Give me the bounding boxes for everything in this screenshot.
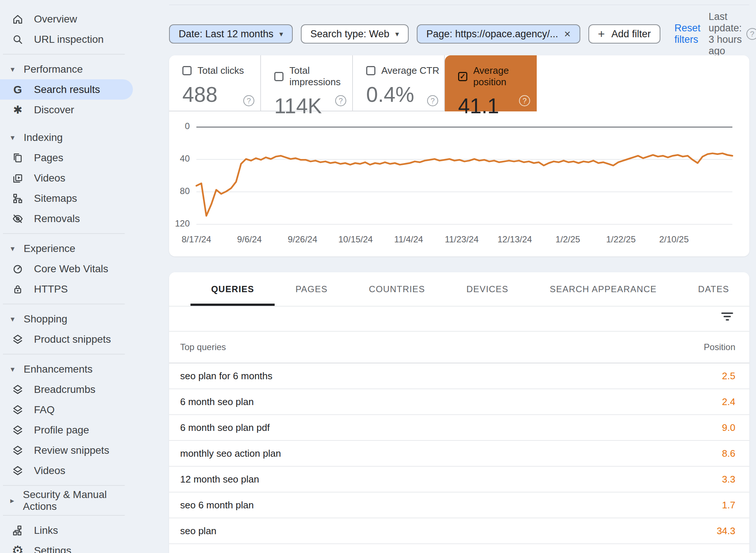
sidebar-item-label: Profile page <box>34 424 89 436</box>
sidebar-item-links[interactable]: Links <box>0 520 133 540</box>
checkbox-unchecked-icon[interactable] <box>274 72 284 81</box>
main-content: Date: Last 12 months ▾ Search type: Web … <box>169 0 756 553</box>
table-row[interactable]: 6 month seo plan2.4 <box>169 389 749 415</box>
dimension-tabs: QUERIES PAGES COUNTRIES DEVICES SEARCH A… <box>169 272 749 307</box>
google-g-icon: G <box>11 84 24 95</box>
sidebar-section-performance[interactable]: ▾ Performance <box>0 59 133 79</box>
sidebar-section-indexing[interactable]: ▾ Indexing <box>0 127 133 148</box>
sidebar-item-videos-enhancement[interactable]: Videos <box>0 460 133 481</box>
position-column-header[interactable]: Position <box>704 342 735 352</box>
sidebar-item-videos[interactable]: Videos <box>0 168 133 188</box>
query-cell: monthly seo action plan <box>180 448 722 459</box>
structured-data-icon <box>11 465 24 477</box>
metric-tiles: Total clicks 488 ? Total impressions 114… <box>169 55 537 111</box>
add-filter-button[interactable]: + Add filter <box>588 24 660 44</box>
sidebar-divider <box>3 515 125 516</box>
plus-icon: + <box>598 28 605 40</box>
sidebar-item-core-web-vitals[interactable]: Core Web Vitals <box>0 259 133 279</box>
search-type-filter-chip[interactable]: Search type: Web ▾ <box>301 24 409 44</box>
sidebar-item-https[interactable]: HTTPS <box>0 279 133 299</box>
tab-search-appearance[interactable]: SEARCH APPEARANCE <box>529 272 677 306</box>
filter-list-icon[interactable] <box>721 312 734 324</box>
table-row[interactable]: seo plan for 6 months2.5 <box>169 363 749 389</box>
metric-card-total-impressions[interactable]: Total impressions 114K ? <box>261 55 353 111</box>
x-axis-tick-label: 2/10/25 <box>659 234 689 245</box>
metric-card-average-position[interactable]: ✓ Average position 41.1 ? <box>445 55 537 111</box>
sidebar-item-discover[interactable]: ✱ Discover <box>0 100 133 120</box>
position-cell: 27.0 <box>717 551 735 553</box>
help-icon[interactable]: ? <box>519 95 530 106</box>
metric-card-average-ctr[interactable]: Average CTR 0.4% ? <box>353 55 445 111</box>
home-icon <box>11 13 24 25</box>
chevron-down-icon: ▾ <box>8 315 17 324</box>
chevron-down-icon: ▾ <box>8 133 17 142</box>
structured-data-icon <box>11 445 24 456</box>
sidebar-item-breadcrumbs[interactable]: Breadcrumbs <box>0 379 133 400</box>
structured-data-icon <box>11 404 24 416</box>
sidebar-item-label: Review snippets <box>34 445 109 456</box>
help-icon[interactable]: ? <box>335 95 346 106</box>
date-filter-chip[interactable]: Date: Last 12 months ▾ <box>169 24 293 44</box>
table-row[interactable]: 12 month seo plan3.3 <box>169 467 749 492</box>
sidebar-item-removals[interactable]: Removals <box>0 208 133 229</box>
chevron-down-icon: ▾ <box>279 30 283 38</box>
table-row[interactable]: 6 month seo plan pdf9.0 <box>169 415 749 441</box>
position-cell: 8.6 <box>722 448 735 459</box>
sidebar-item-profile-page[interactable]: Profile page <box>0 420 133 440</box>
sidebar-section-enhancements[interactable]: ▾ Enhancements <box>0 359 133 379</box>
header-divider <box>169 4 749 5</box>
sidebar-divider <box>3 233 125 234</box>
tab-countries[interactable]: COUNTRIES <box>348 272 446 306</box>
checkbox-unchecked-icon[interactable] <box>366 66 375 75</box>
checkbox-checked-icon[interactable]: ✓ <box>458 72 467 81</box>
sidebar-item-search-results[interactable]: G Search results <box>0 79 133 100</box>
sidebar-item-label: Discover <box>34 104 74 116</box>
query-cell: 12 month seo plan <box>180 474 722 485</box>
checkbox-unchecked-icon[interactable] <box>182 66 192 75</box>
sidebar-section-experience[interactable]: ▾ Experience <box>0 238 133 259</box>
sidebar-divider <box>3 304 125 304</box>
sidebar-divider <box>3 54 125 55</box>
table-row[interactable]: seo 6 month plan1.7 <box>169 492 749 518</box>
tab-devices[interactable]: DEVICES <box>446 272 529 306</box>
help-icon[interactable]: ? <box>243 95 254 106</box>
sidebar-item-sitemaps[interactable]: Sitemaps <box>0 188 133 208</box>
sidebar-item-overview[interactable]: Overview <box>0 9 133 29</box>
sidebar-section-label: Enhancements <box>24 363 93 375</box>
x-axis-tick-label: 11/23/24 <box>445 234 479 245</box>
sidebar-item-settings[interactable]: ⚙ Settings <box>0 540 133 553</box>
sidebar-item-review-snippets[interactable]: Review snippets <box>0 440 133 460</box>
help-icon[interactable]: ? <box>746 28 756 40</box>
position-cell: 3.3 <box>722 474 735 485</box>
pages-icon <box>11 152 24 164</box>
table-row[interactable]: seo planning27.0 <box>169 544 749 553</box>
metric-card-total-clicks[interactable]: Total clicks 488 ? <box>169 55 261 111</box>
sidebar-item-label: Breadcrumbs <box>34 384 96 395</box>
sidebar-section-security-manual-actions[interactable]: ▸ Security & Manual Actions <box>0 490 133 511</box>
sidebar-section-label: Shopping <box>24 313 67 325</box>
links-graph-icon <box>11 525 24 536</box>
sidebar-item-url-inspection[interactable]: URL inspection <box>0 29 133 49</box>
queries-table-card: QUERIES PAGES COUNTRIES DEVICES SEARCH A… <box>169 272 749 553</box>
help-icon[interactable]: ? <box>427 95 438 106</box>
sidebar-item-product-snippets[interactable]: Product snippets <box>0 329 133 349</box>
table-row[interactable]: seo plan34.3 <box>169 518 749 544</box>
query-cell: 6 month seo plan pdf <box>180 422 722 433</box>
speedometer-icon <box>11 263 24 275</box>
position-cell: 34.3 <box>717 525 735 537</box>
tab-queries[interactable]: QUERIES <box>190 272 275 306</box>
sidebar-item-pages[interactable]: Pages <box>0 148 133 168</box>
sidebar-item-faq[interactable]: FAQ <box>0 400 133 420</box>
tab-pages[interactable]: PAGES <box>275 272 348 306</box>
tab-dates[interactable]: DATES <box>677 272 750 306</box>
reset-filters-link[interactable]: Reset filters <box>674 23 701 45</box>
sidebar-item-label: Product snippets <box>34 333 111 345</box>
table-row[interactable]: monthly seo action plan8.6 <box>169 441 749 467</box>
sidebar-section-shopping[interactable]: ▾ Shopping <box>0 309 133 329</box>
chevron-down-icon: ▾ <box>395 30 399 38</box>
close-icon[interactable]: × <box>564 28 571 39</box>
page-filter-chip[interactable]: Page: https://opace.agency/... × <box>417 24 580 44</box>
position-chart-plot: 040801208/17/249/6/249/26/2410/15/2411/4… <box>196 127 732 224</box>
search-icon <box>11 34 24 45</box>
sidebar-item-label: Settings <box>34 545 71 553</box>
